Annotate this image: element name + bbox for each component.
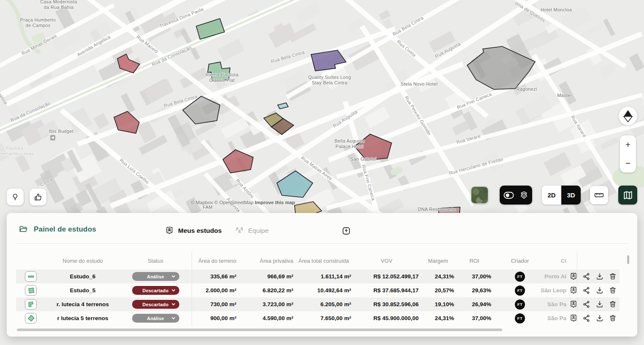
cidade-value: Porto Al xyxy=(538,270,566,283)
creator-avatar: FT xyxy=(515,272,525,282)
trash-icon xyxy=(609,300,617,309)
margem-value: 20,57% xyxy=(422,283,454,297)
creator-avatar: FT xyxy=(515,286,525,296)
area-total-value: 6.205,00 m² xyxy=(296,297,351,311)
study-name: r. lutecia 4 terrenos xyxy=(41,297,125,311)
study-thumbnail-button[interactable] xyxy=(25,313,37,323)
map-style-button[interactable] xyxy=(618,186,637,205)
creator-avatar: FT xyxy=(515,299,525,310)
buildings-3d-icon[interactable] xyxy=(520,191,528,199)
roi-value: 37,00% xyxy=(457,311,491,325)
study-shape-icon xyxy=(26,272,36,281)
tab-my-studies-label: Meus estudos xyxy=(178,227,222,234)
study-thumbnail-button[interactable] xyxy=(25,285,37,296)
app-window: Casa Modernista da Rua BahiaPraça Humber… xyxy=(0,0,644,345)
badge-person-icon xyxy=(165,226,174,235)
badge-person-icon xyxy=(569,272,578,281)
view-2d-button[interactable]: 2D xyxy=(542,186,561,205)
margem-value: 24,31% xyxy=(422,270,454,283)
status-select[interactable]: Análise xyxy=(132,272,179,281)
study-thumbnail-button[interactable] xyxy=(25,299,37,310)
table-row[interactable]: Estudo_6Análise335,66 m²966,69 m²1.611,1… xyxy=(16,270,620,283)
study-cyan-sliver[interactable] xyxy=(278,103,288,109)
study-name: Estudo_5 xyxy=(41,283,125,297)
table-row[interactable]: Estudo_5Descartado2.000,00 m²6.820,22 m²… xyxy=(16,283,620,297)
share-study-button[interactable] xyxy=(582,286,591,296)
cidade-value: São Pa xyxy=(538,297,566,311)
table-row[interactable]: r lutecia 5 terrenosAnálise900,00 m²4.59… xyxy=(16,311,620,325)
download-study-button[interactable] xyxy=(595,286,604,296)
team-icon xyxy=(235,226,244,235)
cidade-value: São Pa xyxy=(538,311,566,325)
study-green-top[interactable] xyxy=(196,19,225,39)
share-study-button[interactable] xyxy=(582,313,591,323)
creator-badge-button[interactable] xyxy=(569,313,578,323)
table-row[interactable]: r. lutecia 4 terrenosDescartado730,00 m²… xyxy=(16,297,620,311)
study-pink-corner[interactable] xyxy=(438,207,460,213)
share-icon xyxy=(582,272,591,281)
share-study-button[interactable] xyxy=(582,272,591,282)
trash-icon xyxy=(609,272,617,281)
delete-study-button[interactable] xyxy=(608,299,617,310)
panel-title-text: Painel de estudos xyxy=(34,225,96,234)
margem-value: 24,31% xyxy=(422,311,454,325)
delete-study-button[interactable] xyxy=(608,286,617,296)
visibility-toggle-icon[interactable] xyxy=(503,191,514,199)
delete-study-button[interactable] xyxy=(608,272,617,282)
download-study-button[interactable] xyxy=(595,299,604,310)
status-select[interactable]: Descartado xyxy=(132,286,179,295)
column-header: VGV xyxy=(354,252,419,270)
compass-button[interactable] xyxy=(619,107,637,125)
column-header: Status xyxy=(129,252,182,270)
collapse-panel-button[interactable] xyxy=(341,226,351,237)
horizontal-scrollbar[interactable] xyxy=(17,329,502,331)
vgv-value: R$ 45.900.000,00 xyxy=(354,311,419,325)
share-icon xyxy=(582,300,591,309)
status-select[interactable]: Análise xyxy=(132,314,179,323)
view-3d-button[interactable]: 3D xyxy=(561,186,581,205)
vertical-scrollbar[interactable] xyxy=(627,255,629,264)
panel-title: Painel de estudos xyxy=(19,224,96,234)
creator-badge-button[interactable] xyxy=(569,272,578,282)
zoom-in-button[interactable]: + xyxy=(620,135,636,154)
download-study-button[interactable] xyxy=(595,313,604,323)
study-thumbnail-button[interactable] xyxy=(25,271,37,282)
ruler-icon xyxy=(594,190,604,200)
chevron-down-icon xyxy=(171,302,176,306)
column-header: Margem xyxy=(422,252,454,270)
feedback-button[interactable] xyxy=(30,189,46,205)
status-label: Descartado xyxy=(143,288,169,293)
zoom-out-button[interactable]: − xyxy=(620,154,636,172)
status-label: Análise xyxy=(147,274,164,279)
study-green-riema[interactable] xyxy=(208,62,230,81)
creator-badge-button[interactable] xyxy=(569,299,578,310)
studies-panel: Painel de estudos Meus estudos Equipe xyxy=(7,213,637,337)
share-icon xyxy=(582,314,591,323)
table-header: Nome do estudoStatusÁrea do terrenoÁrea … xyxy=(16,252,620,270)
chevron-down-icon xyxy=(171,275,176,278)
tips-button[interactable] xyxy=(7,189,24,205)
chevron-down-icon xyxy=(171,288,176,292)
download-icon xyxy=(595,272,604,281)
zoom-control: + − xyxy=(620,135,636,172)
attribution-text: © Mapbox © OpenStreetMap xyxy=(191,200,255,205)
trash-icon xyxy=(609,286,617,295)
metro-station-icon xyxy=(50,135,55,140)
tab-team[interactable]: Equipe xyxy=(235,226,268,235)
download-icon xyxy=(595,300,604,309)
tab-my-studies[interactable]: Meus estudos xyxy=(165,226,222,235)
measure-button[interactable] xyxy=(590,186,608,204)
improve-map-link[interactable]: Improve this map xyxy=(255,200,295,205)
area-privativa-value: 966,69 m² xyxy=(240,270,293,283)
satellite-basemap-button[interactable] xyxy=(471,186,488,204)
chevron-down-icon xyxy=(171,316,176,320)
area-terreno-value: 2.000,00 m² xyxy=(187,283,236,297)
share-study-button[interactable] xyxy=(582,299,591,310)
delete-study-button[interactable] xyxy=(608,313,617,323)
status-select[interactable]: Descartado xyxy=(132,300,179,309)
roi-value: 29,63% xyxy=(457,283,491,297)
dimension-toggle: 2D 3D xyxy=(542,186,581,205)
creator-badge-button[interactable] xyxy=(569,286,578,296)
folder-icon xyxy=(19,224,28,234)
download-study-button[interactable] xyxy=(595,272,604,282)
